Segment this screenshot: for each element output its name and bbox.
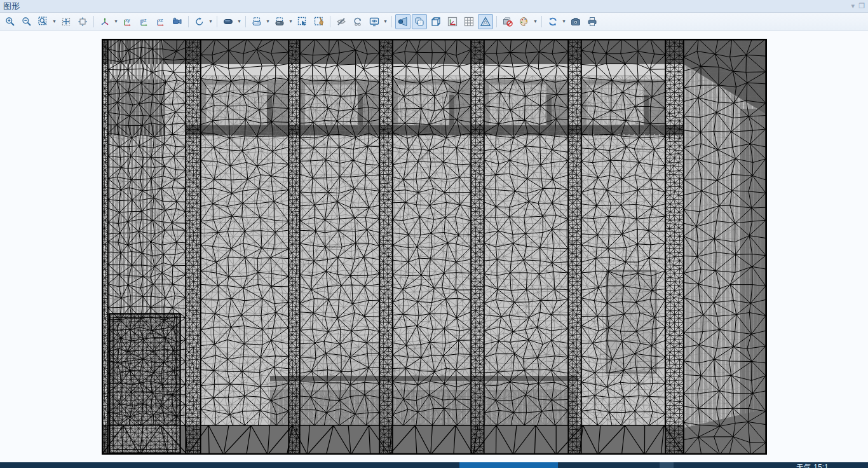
- go-to-view-button[interactable]: [170, 14, 185, 29]
- toolbar-separator: [330, 16, 330, 27]
- zoom-selected-button[interactable]: [58, 14, 74, 29]
- snapshot-button[interactable]: [568, 14, 583, 29]
- scene-view-button-dropdown[interactable]: ▾: [383, 18, 388, 24]
- toolbar-separator: [496, 16, 497, 27]
- taskbar-clock[interactable]: 天气 15:1: [796, 464, 829, 468]
- pan-tool-button[interactable]: [220, 14, 236, 29]
- graphics-title-bar: 图形 ▾❐: [0, 0, 868, 13]
- update-view-button-dropdown[interactable]: ▾: [561, 18, 567, 24]
- svg-text:xy: xy: [125, 17, 130, 22]
- deselect-mode-button[interactable]: [272, 14, 287, 29]
- show-mesh-toggle[interactable]: [478, 14, 493, 29]
- zoom-box-button-dropdown[interactable]: ▾: [51, 18, 57, 24]
- toolbar-separator: [245, 16, 246, 27]
- hide-selected-button[interactable]: [334, 14, 349, 29]
- view-xz-button[interactable]: xz: [153, 14, 168, 29]
- mesh-plot[interactable]: [102, 39, 767, 455]
- graphics-toolbar: ▾▾xyyzxz▾▾▾▾▾▾▾: [0, 13, 868, 31]
- rotate-button-dropdown[interactable]: ▾: [208, 18, 214, 24]
- zoom-in-button[interactable]: [3, 14, 18, 29]
- color-theme-button[interactable]: [517, 14, 532, 29]
- box-select-button[interactable]: [295, 14, 310, 29]
- print-button[interactable]: [585, 14, 600, 29]
- select-mode-button-dropdown[interactable]: ▾: [265, 18, 271, 24]
- default-view-button[interactable]: [97, 14, 112, 29]
- toolbar-separator: [217, 16, 217, 27]
- taskbar[interactable]: 天气 15:1: [0, 462, 868, 468]
- pan-tool-button-dropdown[interactable]: ▾: [236, 18, 242, 24]
- scene-light-toggle[interactable]: [395, 14, 410, 29]
- panel-title: 图形: [0, 0, 23, 12]
- wireframe-toggle[interactable]: [428, 14, 444, 29]
- taskbar-tray-button[interactable]: [660, 462, 674, 468]
- hide-geometry-button[interactable]: [500, 14, 515, 29]
- toolbar-separator: [188, 16, 189, 27]
- graphics-window: 图形 ▾❐ ▾▾xyyzxz▾▾▾▾▾▾▾ 天气 15:1: [0, 0, 868, 468]
- toolbar-separator: [93, 16, 94, 27]
- window-controls: ▾❐: [850, 0, 867, 12]
- select-mode-button[interactable]: [249, 14, 264, 29]
- view-yz-button[interactable]: yz: [137, 14, 152, 29]
- transparency-toggle[interactable]: [412, 14, 427, 29]
- default-view-button-dropdown[interactable]: ▾: [113, 18, 119, 24]
- show-grid-toggle[interactable]: [461, 14, 477, 29]
- toolbar-separator: [541, 16, 542, 27]
- show-axis-toggle[interactable]: [445, 14, 460, 29]
- scene-view-button[interactable]: [367, 14, 382, 29]
- svg-text:yz: yz: [142, 17, 147, 22]
- zoom-extents-button[interactable]: [75, 14, 90, 29]
- zoom-out-button[interactable]: [19, 14, 34, 29]
- svg-text:xz: xz: [158, 17, 163, 22]
- taskbar-active-app-button[interactable]: [459, 462, 558, 468]
- rotate-button[interactable]: [192, 14, 207, 29]
- clear-selection-button[interactable]: [311, 14, 327, 29]
- update-view-button[interactable]: [545, 14, 560, 29]
- graphics-canvas-area: [0, 31, 868, 464]
- window-menu-button[interactable]: ▾: [851, 2, 855, 10]
- deselect-mode-button-dropdown[interactable]: ▾: [288, 18, 294, 24]
- color-theme-button-dropdown[interactable]: ▾: [532, 18, 538, 24]
- view-hidden-button[interactable]: [350, 14, 365, 29]
- toolbar-separator: [391, 16, 392, 27]
- view-xy-button[interactable]: xy: [120, 14, 135, 29]
- zoom-box-button[interactable]: [36, 14, 51, 29]
- float-window-button[interactable]: ❐: [858, 2, 865, 10]
